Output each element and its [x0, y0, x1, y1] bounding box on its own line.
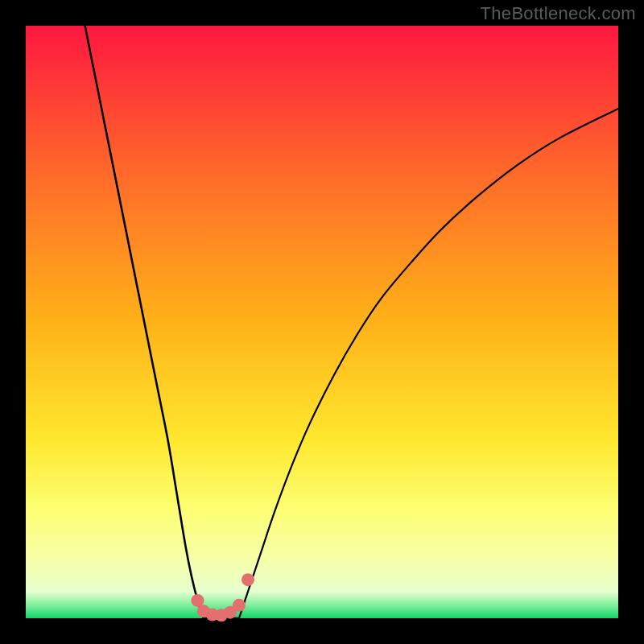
watermark-text: TheBottleneck.com: [481, 3, 636, 24]
valley-marker: [242, 573, 254, 586]
bottleneck-chart: [0, 0, 644, 644]
valley-marker: [233, 599, 246, 612]
chart-stage: TheBottleneck.com: [0, 0, 644, 644]
plot-background: [26, 26, 618, 618]
